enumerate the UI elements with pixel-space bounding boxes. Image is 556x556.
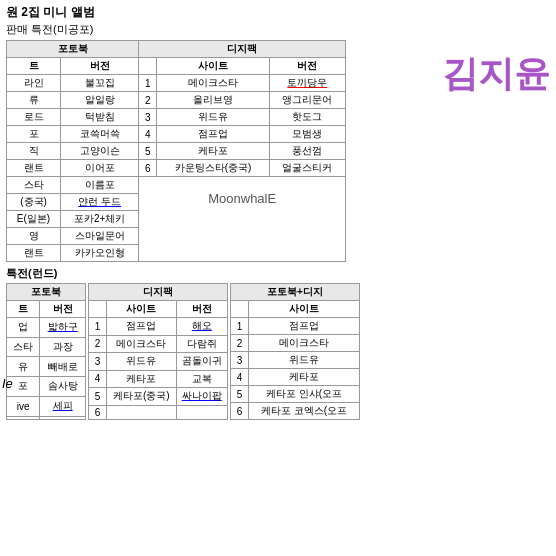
bottom-tables-container: 포토북 트 버전 업밟하구 스타과장 유빼배로 포솜사탕 ive세피 디지팩 <box>6 283 550 420</box>
table-row: 라인불꼬집1메이크스타토끼당우 <box>7 75 346 92</box>
table-row <box>7 416 86 419</box>
bm-col2: 사이트 <box>107 301 177 318</box>
bl-col2: 버전 <box>40 301 86 318</box>
table-row: 업밟하구 <box>7 318 86 338</box>
bm-col3: 버전 <box>176 301 227 318</box>
section2-title: 특전(런드) <box>6 266 550 281</box>
album-title: 원 2집 미니 앨범 <box>6 4 550 21</box>
bottom-right-table: 포토북+디지 사이트 1점프업 2메이크스타 3위드유 4케타포 5케타포 인샤… <box>230 283 360 420</box>
table-row: 랜트이어포6카운팅스타(중국)얼굴스티커 <box>7 160 346 177</box>
table-row: 포솜사탕 <box>7 377 86 397</box>
table-row: 4케타포교복 <box>89 370 228 388</box>
col-ver2: 버전 <box>269 58 345 75</box>
bottom-mid-table: 디지팩 사이트 버전 1점프업해오 2메이크스타다람쥐 3위드유곰돌이귀 4케타… <box>88 283 228 420</box>
table-row: 2메이크스타다람쥐 <box>89 335 228 353</box>
table-row: 6 <box>89 405 228 420</box>
photobookheader: 포토북 <box>7 41 139 58</box>
table-row: 3위드유곰돌이귀 <box>89 353 228 371</box>
moonwhale-text: MoonwhalE <box>143 181 341 216</box>
table-row: 류알일랑2올리브영앵그리문어 <box>7 92 346 109</box>
bm-col1 <box>89 301 107 318</box>
table-row: 6케타포 코엑스(오프 <box>231 403 360 420</box>
table-row: 5케타포 인샤(오프 <box>231 386 360 403</box>
photobookdigiheader: 포토북+디지 <box>231 284 360 301</box>
br-col2: 사이트 <box>249 301 360 318</box>
section1-title: 판매 특전(미공포) <box>6 22 550 37</box>
col-t: 트 <box>7 58 61 75</box>
col-num <box>139 58 157 75</box>
table-row: 1점프업해오 <box>89 318 228 336</box>
table-row: 로드턱받침3위드유핫도그 <box>7 109 346 126</box>
table-row: 5케타포(중국)싸나이팝 <box>89 388 228 406</box>
table-row: 스타이름포 MoonwhalE <box>7 177 346 194</box>
bl-col1: 트 <box>7 301 40 318</box>
table-row: 2메이크스타 <box>231 335 360 352</box>
col-ver1: 버전 <box>61 58 139 75</box>
table-row: 유빼배로 <box>7 357 86 377</box>
artist-name: 김지윤 <box>422 40 550 99</box>
table-row: 4케타포 <box>231 369 360 386</box>
table-row: 스타과장 <box>7 337 86 357</box>
digipackheader: 디지팩 <box>139 41 346 58</box>
upper-table: 포토북 디지팩 트 버전 사이트 버전 라인불꼬집1메이크스타토끼당우 <box>6 40 346 262</box>
col-site: 사이트 <box>157 58 269 75</box>
digipackheader2: 디지팩 <box>89 284 228 301</box>
ie-label: Ie <box>2 376 13 391</box>
table-row: 3위드유 <box>231 352 360 369</box>
table-row: 1점프업 <box>231 318 360 335</box>
table-row: 포코쓱머쓱4점프업모범생 <box>7 126 346 143</box>
bottom-left-table: 포토북 트 버전 업밟하구 스타과장 유빼배로 포솜사탕 ive세피 <box>6 283 86 420</box>
photobookheader2: 포토북 <box>7 284 86 301</box>
table-row: 직고양이슨5케타포풍선껌 <box>7 143 346 160</box>
table-row: ive세피 <box>7 396 86 416</box>
br-col1 <box>231 301 249 318</box>
